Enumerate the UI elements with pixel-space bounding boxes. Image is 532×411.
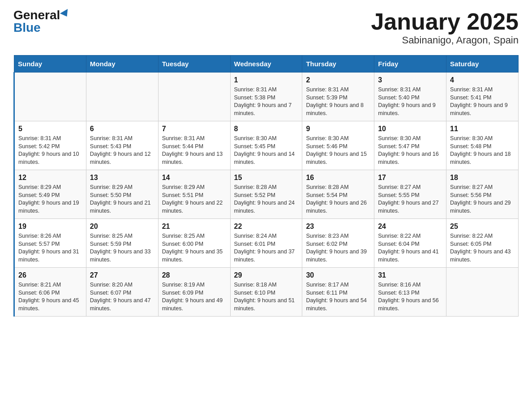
day-number: 16: [306, 174, 370, 182]
title-area: January 2025 Sabinanigo, Aragon, Spain: [371, 9, 519, 46]
day-number: 28: [162, 271, 227, 279]
day-info: Sunrise: 8:25 AM Sunset: 5:59 PM Dayligh…: [90, 232, 154, 264]
calendar-cell: [158, 73, 230, 121]
day-number: 5: [18, 125, 82, 133]
calendar-cell: 19Sunrise: 8:26 AM Sunset: 5:57 PM Dayli…: [14, 219, 86, 268]
header-day-monday: Monday: [86, 56, 158, 73]
calendar-cell: 1Sunrise: 8:31 AM Sunset: 5:38 PM Daylig…: [230, 73, 302, 121]
day-number: 27: [90, 271, 154, 279]
week-row-3: 19Sunrise: 8:26 AM Sunset: 5:57 PM Dayli…: [14, 219, 519, 268]
day-number: 17: [378, 174, 442, 182]
calendar-cell: 12Sunrise: 8:29 AM Sunset: 5:49 PM Dayli…: [14, 170, 86, 219]
logo-blue-text: Blue: [13, 21, 41, 34]
day-info: Sunrise: 8:31 AM Sunset: 5:39 PM Dayligh…: [306, 86, 370, 117]
calendar-cell: 11Sunrise: 8:30 AM Sunset: 5:48 PM Dayli…: [446, 121, 519, 170]
calendar-cell: 15Sunrise: 8:28 AM Sunset: 5:52 PM Dayli…: [230, 170, 302, 219]
calendar-cell: 14Sunrise: 8:29 AM Sunset: 5:51 PM Dayli…: [158, 170, 230, 219]
day-info: Sunrise: 8:16 AM Sunset: 6:13 PM Dayligh…: [378, 281, 442, 313]
day-number: 29: [234, 271, 299, 279]
day-number: 9: [306, 125, 370, 133]
day-info: Sunrise: 8:21 AM Sunset: 6:06 PM Dayligh…: [18, 281, 82, 313]
day-number: 2: [306, 76, 370, 84]
day-number: 25: [450, 223, 515, 231]
calendar-cell: 28Sunrise: 8:19 AM Sunset: 6:09 PM Dayli…: [158, 268, 230, 317]
day-number: 30: [306, 271, 370, 279]
day-number: 20: [90, 223, 154, 231]
calendar-cell: 20Sunrise: 8:25 AM Sunset: 5:59 PM Dayli…: [86, 219, 158, 268]
day-number: 21: [162, 223, 227, 231]
day-info: Sunrise: 8:29 AM Sunset: 5:51 PM Dayligh…: [162, 184, 227, 215]
day-info: Sunrise: 8:22 AM Sunset: 6:05 PM Dayligh…: [450, 232, 515, 264]
calendar-cell: [446, 268, 519, 317]
header-day-tuesday: Tuesday: [158, 56, 230, 73]
calendar-cell: 27Sunrise: 8:20 AM Sunset: 6:07 PM Dayli…: [86, 268, 158, 317]
day-info: Sunrise: 8:24 AM Sunset: 6:01 PM Dayligh…: [234, 232, 299, 264]
day-info: Sunrise: 8:18 AM Sunset: 6:10 PM Dayligh…: [234, 281, 299, 313]
day-info: Sunrise: 8:31 AM Sunset: 5:42 PM Dayligh…: [18, 135, 82, 166]
header-day-saturday: Saturday: [446, 56, 519, 73]
day-info: Sunrise: 8:29 AM Sunset: 5:50 PM Dayligh…: [90, 184, 154, 215]
day-number: 18: [450, 174, 515, 182]
header-row: SundayMondayTuesdayWednesdayThursdayFrid…: [14, 56, 519, 73]
calendar-cell: 2Sunrise: 8:31 AM Sunset: 5:39 PM Daylig…: [302, 73, 374, 121]
day-info: Sunrise: 8:30 AM Sunset: 5:45 PM Dayligh…: [234, 135, 299, 166]
week-row-4: 26Sunrise: 8:21 AM Sunset: 6:06 PM Dayli…: [14, 268, 519, 317]
day-info: Sunrise: 8:26 AM Sunset: 5:57 PM Dayligh…: [18, 232, 82, 264]
day-info: Sunrise: 8:31 AM Sunset: 5:43 PM Dayligh…: [90, 135, 154, 166]
day-number: 1: [234, 76, 299, 84]
calendar-cell: 22Sunrise: 8:24 AM Sunset: 6:01 PM Dayli…: [230, 219, 302, 268]
calendar-cell: 5Sunrise: 8:31 AM Sunset: 5:42 PM Daylig…: [14, 121, 86, 170]
calendar-cell: 30Sunrise: 8:17 AM Sunset: 6:11 PM Dayli…: [302, 268, 374, 317]
calendar-cell: 16Sunrise: 8:28 AM Sunset: 5:54 PM Dayli…: [302, 170, 374, 219]
day-number: 13: [90, 174, 154, 182]
day-info: Sunrise: 8:31 AM Sunset: 5:40 PM Dayligh…: [378, 86, 442, 117]
day-info: Sunrise: 8:28 AM Sunset: 5:52 PM Dayligh…: [234, 184, 299, 215]
day-number: 6: [90, 125, 154, 133]
calendar-body: 1Sunrise: 8:31 AM Sunset: 5:38 PM Daylig…: [14, 73, 519, 317]
calendar-cell: 25Sunrise: 8:22 AM Sunset: 6:05 PM Dayli…: [446, 219, 519, 268]
header-day-wednesday: Wednesday: [230, 56, 302, 73]
day-info: Sunrise: 8:29 AM Sunset: 5:49 PM Dayligh…: [18, 184, 82, 215]
calendar-cell: 3Sunrise: 8:31 AM Sunset: 5:40 PM Daylig…: [374, 73, 446, 121]
day-number: 3: [378, 76, 442, 84]
header-day-thursday: Thursday: [302, 56, 374, 73]
calendar-cell: 17Sunrise: 8:27 AM Sunset: 5:55 PM Dayli…: [374, 170, 446, 219]
day-number: 7: [162, 125, 227, 133]
calendar-cell: 4Sunrise: 8:31 AM Sunset: 5:41 PM Daylig…: [446, 73, 519, 121]
day-info: Sunrise: 8:27 AM Sunset: 5:55 PM Dayligh…: [378, 184, 442, 215]
day-info: Sunrise: 8:19 AM Sunset: 6:09 PM Dayligh…: [162, 281, 227, 313]
day-info: Sunrise: 8:25 AM Sunset: 6:00 PM Dayligh…: [162, 232, 227, 264]
day-number: 24: [378, 223, 442, 231]
day-info: Sunrise: 8:20 AM Sunset: 6:07 PM Dayligh…: [90, 281, 154, 313]
day-info: Sunrise: 8:17 AM Sunset: 6:11 PM Dayligh…: [306, 281, 370, 313]
header-day-friday: Friday: [374, 56, 446, 73]
logo-arrow-icon: [60, 9, 71, 19]
day-info: Sunrise: 8:31 AM Sunset: 5:38 PM Dayligh…: [234, 86, 299, 117]
calendar-cell: 29Sunrise: 8:18 AM Sunset: 6:10 PM Dayli…: [230, 268, 302, 317]
day-number: 15: [234, 174, 299, 182]
day-info: Sunrise: 8:27 AM Sunset: 5:56 PM Dayligh…: [450, 184, 515, 215]
week-row-0: 1Sunrise: 8:31 AM Sunset: 5:38 PM Daylig…: [14, 73, 519, 121]
calendar-cell: 9Sunrise: 8:30 AM Sunset: 5:46 PM Daylig…: [302, 121, 374, 170]
day-info: Sunrise: 8:30 AM Sunset: 5:48 PM Dayligh…: [450, 135, 515, 166]
day-number: 14: [162, 174, 227, 182]
header: General Blue January 2025 Sabinanigo, Ar…: [13, 9, 519, 46]
day-number: 11: [450, 125, 515, 133]
header-day-sunday: Sunday: [14, 56, 86, 73]
day-info: Sunrise: 8:31 AM Sunset: 5:44 PM Dayligh…: [162, 135, 227, 166]
calendar-header: SundayMondayTuesdayWednesdayThursdayFrid…: [14, 56, 519, 73]
week-row-1: 5Sunrise: 8:31 AM Sunset: 5:42 PM Daylig…: [14, 121, 519, 170]
calendar-cell: 24Sunrise: 8:22 AM Sunset: 6:04 PM Dayli…: [374, 219, 446, 268]
day-number: 8: [234, 125, 299, 133]
day-number: 12: [18, 174, 82, 182]
calendar-subtitle: Sabinanigo, Aragon, Spain: [371, 34, 519, 46]
day-info: Sunrise: 8:31 AM Sunset: 5:41 PM Dayligh…: [450, 86, 515, 117]
day-number: 31: [378, 271, 442, 279]
day-info: Sunrise: 8:30 AM Sunset: 5:46 PM Dayligh…: [306, 135, 370, 166]
day-number: 19: [18, 223, 82, 231]
logo-general-text: General: [13, 9, 60, 21]
week-row-2: 12Sunrise: 8:29 AM Sunset: 5:49 PM Dayli…: [14, 170, 519, 219]
calendar-cell: 26Sunrise: 8:21 AM Sunset: 6:06 PM Dayli…: [14, 268, 86, 317]
calendar-cell: 21Sunrise: 8:25 AM Sunset: 6:00 PM Dayli…: [158, 219, 230, 268]
day-number: 22: [234, 223, 299, 231]
